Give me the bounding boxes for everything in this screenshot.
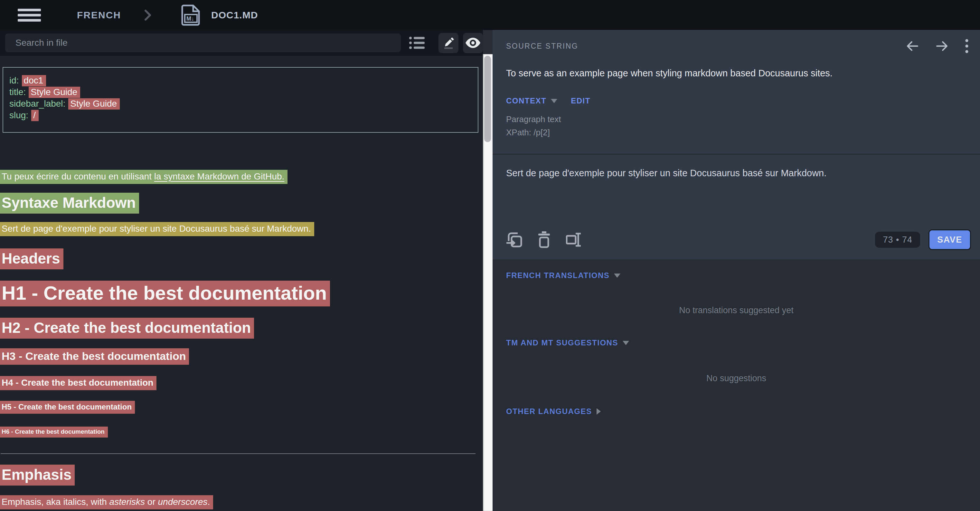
frontmatter-block[interactable]: id:doc1 title:Style Guide sidebar_label:… xyxy=(3,67,479,133)
frontmatter-value[interactable]: / xyxy=(31,110,39,121)
breadcrumb-file: DOC1.MD xyxy=(211,10,258,21)
document-scrollbar[interactable] xyxy=(483,54,493,511)
tm-mt-suggestions-label[interactable]: TM AND MT SUGGESTIONS xyxy=(506,338,618,347)
em-italic-2: underscores xyxy=(158,497,208,507)
context-toggle[interactable]: CONTEXT xyxy=(506,96,546,105)
translation-panel: SOURCE STRING To serve as an example pag… xyxy=(493,30,980,511)
triangle-down-icon[interactable] xyxy=(614,273,620,278)
edit-mode-button[interactable] xyxy=(439,33,458,53)
document-content: id:doc1 title:Style Guide sidebar_label:… xyxy=(0,56,483,511)
suggestions-empty-text: No suggestions xyxy=(493,374,980,383)
doc-string-current[interactable]: Sert de page d'exemple pour styliser un … xyxy=(0,224,314,234)
intro-link[interactable]: la syntaxe Markdown de GitHub. xyxy=(154,171,285,181)
translation-toolbar: 73 • 74 SAVE xyxy=(506,229,971,250)
string-list-icon[interactable] xyxy=(409,35,425,51)
translation-text[interactable]: Sert de page d'exemple pour styliser un … xyxy=(506,168,826,179)
breadcrumb-project[interactable]: FRENCH xyxy=(77,10,121,21)
kebab-menu-icon[interactable] xyxy=(965,39,969,53)
frontmatter-key: sidebar_label: xyxy=(10,99,65,109)
intro-text: Tu peux écrire du contenu en utilisant xyxy=(2,171,154,181)
doc-heading-h4[interactable]: H4 - Create the best documentation xyxy=(0,378,156,388)
context-edit-button[interactable]: EDIT xyxy=(571,96,590,105)
next-string-icon[interactable] xyxy=(935,41,948,51)
french-translations-label[interactable]: FRENCH TRANSLATIONS xyxy=(506,271,609,280)
delete-translation-icon[interactable] xyxy=(537,232,551,248)
em-text: or xyxy=(145,497,158,507)
scrollbar-thumb[interactable] xyxy=(484,56,491,142)
translations-empty-text: No translations suggested yet xyxy=(493,305,980,315)
horizontal-rule xyxy=(1,454,476,454)
em-text: Emphasis, aka italics, with xyxy=(2,497,110,507)
context-xpath: XPath: /p[2] xyxy=(506,128,550,137)
previous-string-icon[interactable] xyxy=(906,41,919,51)
doc-heading-emphasis[interactable]: Emphasis xyxy=(0,466,75,483)
frontmatter-key: slug: xyxy=(10,110,28,120)
frontmatter-key: title: xyxy=(10,87,26,97)
doc-string-emphasis[interactable]: Emphasis, aka italics, with asterisks or… xyxy=(0,497,213,507)
triangle-down-icon[interactable] xyxy=(551,99,557,103)
frontmatter-line: id:doc1 xyxy=(10,75,478,86)
source-string-label: SOURCE STRING xyxy=(506,42,578,51)
copy-source-icon[interactable] xyxy=(506,232,522,248)
tm-mt-suggestions-section[interactable]: TM AND MT SUGGESTIONS xyxy=(506,338,629,347)
doc-heading-h1[interactable]: H1 - Create the best documentation xyxy=(0,282,330,304)
doc-heading-h3[interactable]: H3 - Create the best documentation xyxy=(0,350,189,362)
doc-heading-headers[interactable]: Headers xyxy=(0,250,64,267)
translation-input[interactable]: Sert de page d'exemple pour styliser un … xyxy=(493,155,980,228)
document-panel: id:doc1 title:Style Guide sidebar_label:… xyxy=(0,30,483,511)
preview-mode-button[interactable] xyxy=(463,33,483,53)
french-translations-section[interactable]: FRENCH TRANSLATIONS xyxy=(506,271,620,280)
search-input[interactable] xyxy=(5,34,401,52)
other-languages-section[interactable]: OTHER LANGUAGES xyxy=(506,407,601,416)
doc-string-intro[interactable]: Tu peux écrire du contenu en utilisant l… xyxy=(0,171,288,182)
frontmatter-value[interactable]: Style Guide xyxy=(68,98,120,110)
frontmatter-key: id: xyxy=(10,75,19,85)
rename-string-icon[interactable] xyxy=(566,232,582,248)
frontmatter-line: sidebar_label:Style Guide xyxy=(10,98,478,110)
em-italic-1: asterisks xyxy=(110,497,145,507)
save-button[interactable]: SAVE xyxy=(929,229,971,250)
doc-heading-syntax[interactable]: Syntaxe Markdown xyxy=(0,194,139,211)
frontmatter-line: title:Style Guide xyxy=(10,86,478,98)
context-type: Paragraph text xyxy=(506,114,561,125)
source-string-card: SOURCE STRING To serve as an example pag… xyxy=(493,30,980,259)
char-counter: 73 • 74 xyxy=(875,232,920,248)
markdown-file-icon: M↓ xyxy=(181,4,201,26)
doc-heading-h6[interactable]: H6 - Create the best documentation xyxy=(0,428,108,435)
frontmatter-value[interactable]: Style Guide xyxy=(29,87,80,98)
other-languages-label[interactable]: OTHER LANGUAGES xyxy=(506,407,592,416)
source-string-text: To serve as an example page when styling… xyxy=(506,68,832,78)
doc-heading-h2[interactable]: H2 - Create the best documentation xyxy=(0,319,254,336)
file-toolbar xyxy=(0,30,483,56)
svg-text:M↓: M↓ xyxy=(186,16,194,22)
doc-heading-h5[interactable]: H5 - Create the best documentation xyxy=(0,402,135,412)
em-text: . xyxy=(208,497,210,507)
triangle-down-icon[interactable] xyxy=(623,341,629,345)
menu-icon[interactable] xyxy=(18,9,41,22)
triangle-right-icon[interactable] xyxy=(597,408,601,415)
top-bar: FRENCH M↓ DOC1.MD xyxy=(0,0,980,30)
chevron-right-icon xyxy=(143,9,152,22)
frontmatter-line: slug:/ xyxy=(10,110,478,121)
frontmatter-value[interactable]: doc1 xyxy=(22,75,46,86)
